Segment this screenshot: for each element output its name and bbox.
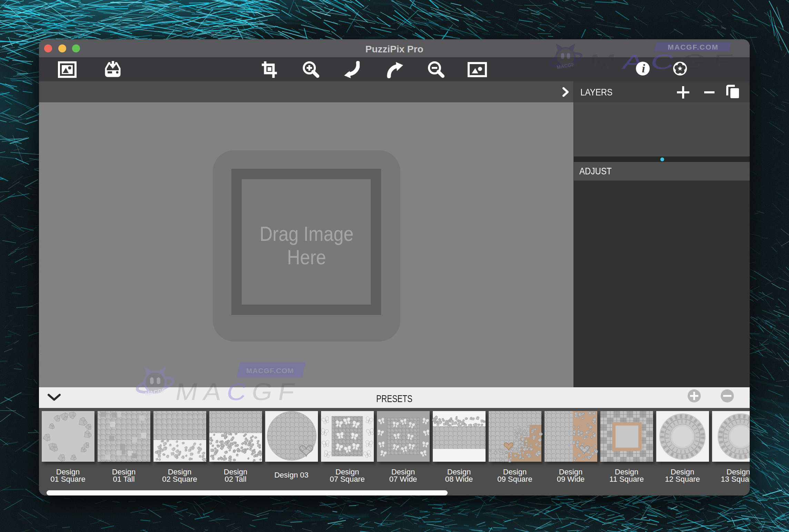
svg-text:i: i	[642, 62, 645, 75]
svg-text:08 Wide: 08 Wide	[445, 475, 473, 483]
svg-text:09 Square: 09 Square	[497, 475, 532, 483]
svg-text:02 Square: 02 Square	[162, 475, 197, 483]
svg-text:01 Square: 01 Square	[50, 475, 86, 483]
svg-text:02 Tall: 02 Tall	[224, 475, 246, 483]
svg-text:11 Square: 11 Square	[609, 475, 644, 483]
svg-text:01 Tall: 01 Tall	[113, 475, 134, 483]
svg-text:09 Wide: 09 Wide	[557, 475, 585, 483]
svg-text:12 Square: 12 Square	[665, 475, 700, 483]
svg-text:07 Square: 07 Square	[330, 475, 365, 483]
svg-text:13 Square: 13 Square	[721, 475, 750, 483]
svg-text:Design 03: Design 03	[274, 471, 308, 479]
svg-text:07 Wide: 07 Wide	[389, 475, 417, 483]
